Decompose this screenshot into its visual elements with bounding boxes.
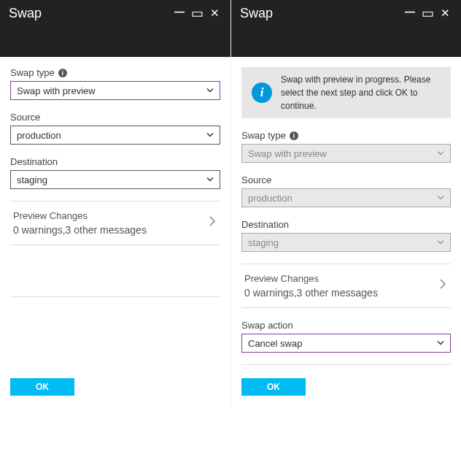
chevron-down-icon — [437, 338, 444, 349]
window-title: Swap — [9, 6, 42, 21]
preview-changes-summary: 0 warnings,3 other messages — [244, 287, 438, 299]
swap-type-label: Swap type i — [241, 130, 451, 141]
maximize-icon[interactable] — [419, 5, 436, 21]
chevron-down-icon — [437, 148, 444, 159]
source-select[interactable]: production — [10, 126, 220, 145]
chevron-right-icon — [438, 278, 448, 293]
chevron-down-icon — [437, 193, 444, 204]
destination-select[interactable]: staging — [10, 170, 220, 189]
swap-type-select[interactable]: Swap with preview — [10, 81, 220, 100]
info-icon[interactable]: i — [58, 69, 67, 77]
chevron-down-icon — [206, 130, 214, 141]
info-icon[interactable]: i — [290, 131, 298, 140]
close-icon[interactable] — [206, 7, 223, 20]
source-value: production — [17, 130, 61, 141]
swap-action-value: Cancel swap — [248, 338, 302, 349]
source-select: production — [241, 188, 451, 207]
swap-type-label: Swap type i — [10, 67, 220, 78]
source-value: production — [248, 193, 293, 204]
titlebar: Swap — [231, 0, 461, 26]
chevron-right-icon — [207, 215, 217, 231]
header-band — [0, 26, 230, 57]
swap-type-value: Swap with preview — [248, 148, 327, 159]
ok-button[interactable]: OK — [241, 378, 306, 396]
swap-type-select: Swap with preview — [241, 144, 451, 163]
info-icon: i — [247, 73, 276, 112]
preview-changes-summary: 0 warnings,3 other messages — [13, 224, 207, 236]
preview-changes-row[interactable]: Preview Changes 0 warnings,3 other messa… — [241, 264, 451, 308]
destination-label: Destination — [10, 156, 220, 167]
minimize-icon[interactable] — [171, 7, 188, 19]
minimize-icon[interactable] — [401, 7, 419, 19]
swap-pane-initial: Swap Swap type i Swap with preview — [0, 0, 230, 409]
swap-type-value: Swap with preview — [17, 85, 96, 96]
swap-action-label: Swap action — [241, 320, 451, 331]
source-label: Source — [241, 174, 451, 185]
destination-label: Destination — [241, 219, 451, 230]
swap-action-select[interactable]: Cancel swap — [241, 334, 451, 353]
info-banner: i Swap with preview in progress. Please … — [241, 67, 451, 118]
preview-changes-row[interactable]: Preview Changes 0 warnings,3 other messa… — [10, 201, 220, 245]
close-icon[interactable] — [436, 7, 454, 20]
info-banner-text: Swap with preview in progress. Please se… — [276, 73, 443, 112]
titlebar: Swap — [0, 0, 230, 26]
ok-button[interactable]: OK — [10, 378, 74, 396]
maximize-icon[interactable] — [188, 5, 206, 21]
preview-changes-title: Preview Changes — [13, 210, 207, 221]
swap-pane-progress: Swap i Swap with preview in progress. Pl… — [230, 0, 461, 409]
destination-value: staging — [248, 237, 279, 248]
preview-changes-title: Preview Changes — [244, 273, 438, 284]
header-band — [231, 26, 461, 57]
destination-value: staging — [17, 174, 47, 185]
chevron-down-icon — [437, 237, 444, 248]
destination-select: staging — [241, 233, 451, 252]
chevron-down-icon — [206, 174, 214, 185]
window-title: Swap — [240, 6, 273, 21]
source-label: Source — [10, 112, 220, 123]
divider — [10, 296, 220, 297]
chevron-down-icon — [206, 85, 214, 96]
